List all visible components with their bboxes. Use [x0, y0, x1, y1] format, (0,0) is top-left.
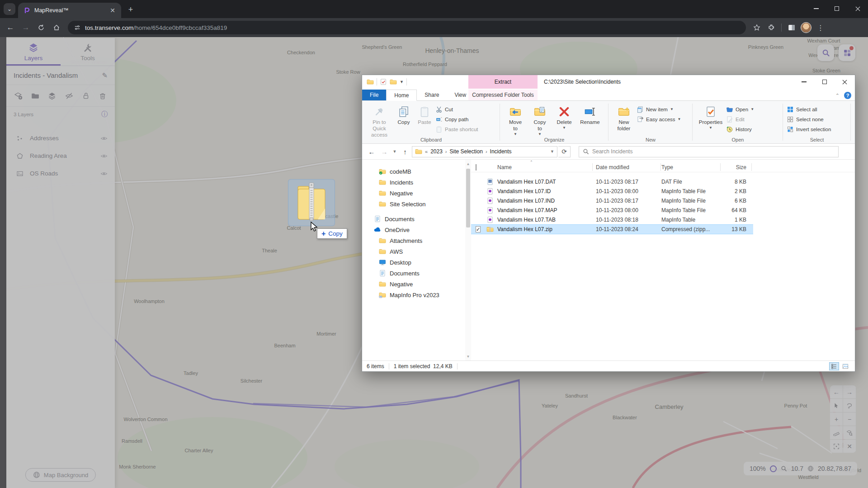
crumb-2023[interactable]: 2023 — [430, 148, 443, 155]
home-button[interactable] — [49, 20, 64, 35]
easy-access-button[interactable]: Easy access▼ — [637, 115, 681, 123]
rename-button[interactable]: Rename — [577, 103, 603, 126]
file-row-vandalism-hex-l07-zip[interactable]: ✓Vandalism Hex L07.zip10-11-2023 08:24Co… — [471, 224, 753, 234]
column-divider[interactable] — [660, 163, 661, 171]
zoom-out-button[interactable]: − — [843, 412, 856, 426]
tab-home[interactable]: Home — [386, 90, 417, 101]
paste-button[interactable]: Paste — [415, 103, 434, 126]
explorer-minimize-button[interactable] — [794, 75, 814, 89]
lock-icon[interactable] — [82, 92, 90, 100]
thumbnail-view-button[interactable] — [840, 362, 850, 370]
pan-left-button[interactable]: ← — [830, 385, 843, 398]
map-background-button[interactable]: Map Background — [25, 468, 96, 482]
profile-avatar[interactable] — [800, 21, 812, 34]
extensions-icon[interactable] — [765, 21, 778, 34]
side-panel-icon[interactable] — [785, 21, 798, 34]
close-controls-button[interactable]: ✕ — [843, 440, 856, 453]
eye-icon[interactable] — [100, 170, 108, 177]
scroll-down-icon[interactable]: ▼ — [465, 353, 471, 360]
drag-ghost[interactable] — [288, 179, 335, 226]
edit-button[interactable]: Edit — [726, 115, 754, 123]
nav-item-attachments[interactable]: Attachments — [362, 235, 465, 246]
search-box[interactable] — [579, 146, 839, 157]
copy-button[interactable]: Copy — [394, 103, 414, 126]
layer-item-addresses[interactable]: Addresses — [6, 129, 115, 147]
nav-item-onedrive[interactable]: OneDrive — [362, 224, 465, 235]
address-breadcrumb[interactable]: « 2023 › Site Selection › Incidents ▼ — [412, 146, 557, 157]
file-row-vandalism-hex-l07-ind[interactable]: Vandalism Hex L07.IND10-11-2023 08:17Map… — [471, 196, 855, 205]
tab-file[interactable]: File — [362, 90, 386, 100]
history-button[interactable]: History — [726, 125, 754, 133]
lasso-button[interactable] — [843, 399, 856, 412]
properties-button[interactable]: Properties▼ — [696, 103, 725, 130]
select-none-button[interactable]: Select none — [787, 115, 831, 123]
hide-all-eye-icon[interactable] — [65, 92, 73, 100]
layer-item-reading-area[interactable]: Reading Area — [6, 147, 115, 165]
forward-button[interactable]: → — [18, 20, 33, 35]
open-button[interactable]: Open▼ — [726, 105, 754, 114]
select-cursor-button[interactable] — [830, 399, 843, 412]
copy-path-button[interactable]: Copy path — [435, 115, 478, 123]
move-to-button[interactable]: Move to▼ — [504, 103, 527, 136]
nav-scrollbar[interactable]: ▲ ▼ — [465, 160, 471, 360]
tab-layers[interactable]: Layers — [6, 38, 61, 66]
details-view-button[interactable] — [829, 362, 839, 370]
paste-shortcut-button[interactable]: Paste shortcut — [435, 125, 478, 133]
nav-back-button[interactable]: ← — [366, 146, 377, 157]
row-checkbox[interactable]: ✓ — [476, 226, 481, 232]
nav-item-negative[interactable]: Negative — [362, 188, 465, 199]
pin-quick-access-button[interactable]: Pin to Quick access — [366, 103, 393, 138]
browser-tab[interactable]: MapReveal™ ✕ — [18, 3, 121, 18]
address-dropdown-icon[interactable]: ▼ — [550, 149, 554, 154]
explorer-close-button[interactable] — [835, 75, 855, 89]
help-icon[interactable]: ? — [844, 92, 851, 99]
nav-item-documents[interactable]: Documents — [362, 268, 465, 279]
fullscreen-button[interactable] — [830, 440, 843, 453]
new-tab-button[interactable]: + — [126, 5, 136, 14]
tab-compressed-folder-tools[interactable]: Compressed Folder Tools — [468, 90, 538, 100]
column-size[interactable]: Size — [718, 164, 746, 171]
collapse-ribbon-icon[interactable]: ⌃ — [835, 93, 840, 99]
pan-right-button[interactable]: → — [843, 385, 856, 398]
new-folder-button[interactable]: New folder — [612, 103, 636, 132]
column-type[interactable]: Type — [661, 164, 718, 171]
nav-item-incidents[interactable]: Incidents — [362, 177, 465, 188]
column-divider[interactable] — [720, 163, 721, 171]
column-divider[interactable] — [592, 163, 593, 171]
zoom-in-button[interactable]: + — [830, 412, 843, 426]
nav-item-aws[interactable]: AWS — [362, 246, 465, 257]
select-all-button[interactable]: Select all — [787, 105, 831, 114]
folder-icon[interactable] — [31, 92, 39, 100]
scroll-thumb[interactable] — [466, 169, 470, 227]
url-bar[interactable]: tos.transerve.com/home/654dce0bff9cbccaf… — [68, 21, 746, 34]
copy-to-button[interactable]: Copy to▼ — [528, 103, 552, 136]
refresh-button[interactable]: ⟳ — [558, 146, 571, 157]
invert-selection-button[interactable]: Invert selection — [787, 125, 831, 133]
layer-stack-icon[interactable] — [48, 92, 56, 100]
column-name[interactable]: Name — [497, 164, 596, 171]
nav-forward-button[interactable]: → — [378, 146, 390, 157]
layer-search-button[interactable] — [843, 426, 856, 439]
column-divider[interactable] — [751, 163, 752, 171]
nav-item-negative[interactable]: Negative — [362, 279, 465, 289]
scroll-up-icon[interactable]: ▲ — [465, 161, 471, 167]
map-search-button[interactable] — [817, 44, 834, 61]
browser-menu-icon[interactable]: ⋮ — [814, 21, 827, 34]
add-layer-icon[interactable] — [14, 92, 23, 100]
collapsed-crumbs-icon[interactable]: « — [425, 149, 428, 154]
file-row-vandalism-hex-l07-dat[interactable]: Vandalism Hex L07.DAT10-11-2023 08:17DAT… — [471, 177, 855, 186]
explorer-titlebar[interactable]: ▼ Extract C:\2023\Site Selection\Inciden… — [362, 75, 855, 89]
back-button[interactable]: ← — [3, 20, 18, 35]
reload-button[interactable] — [33, 20, 49, 35]
extract-contextual-tab[interactable]: Extract — [468, 75, 538, 89]
explorer-maximize-button[interactable] — [814, 75, 835, 89]
file-row-vandalism-hex-l07-tab[interactable]: Vandalism Hex L07.TAB10-11-2023 08:18Map… — [471, 215, 855, 224]
nav-item-mapinfo-pro-v2023[interactable]: MapInfo Pro v2023 — [362, 289, 465, 300]
measure-button[interactable] — [830, 426, 843, 439]
delete-button[interactable]: Delete▼ — [552, 103, 576, 130]
trash-icon[interactable] — [99, 92, 107, 100]
edit-pencil-icon[interactable]: ✎ — [102, 71, 108, 80]
tab-close-icon[interactable]: ✕ — [108, 6, 117, 14]
browser-close-button[interactable] — [847, 0, 868, 17]
search-input[interactable] — [592, 148, 835, 155]
